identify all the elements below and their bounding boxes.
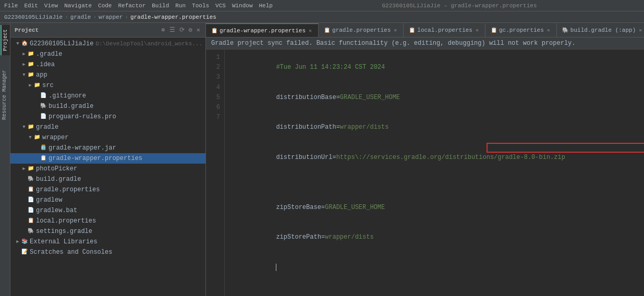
menu-item-refactor[interactable]: Refactor: [118, 3, 145, 9]
line-numbers: 1 2 3 4 5 6 7: [206, 50, 225, 296]
menu-item-code[interactable]: Code: [98, 3, 112, 9]
line-num-5: 5: [206, 93, 220, 103]
tree-arrow-bgroot: [21, 176, 27, 182]
menu-item-window[interactable]: Window: [232, 3, 253, 9]
tab-gradle-wrapper-properties[interactable]: 📋 gradle-wrapper.properties ✕: [206, 23, 319, 37]
tree-item-buildgradle-app[interactable]: 🐘 build.gradle: [10, 101, 205, 112]
tree-arrow-buildgradle-app: [33, 103, 40, 109]
menu-item-help[interactable]: Help: [259, 3, 273, 9]
tree-item-settings-gradle[interactable]: 🐘 settings.gradle: [10, 226, 205, 237]
tree-item-dotidea[interactable]: ▶ 📁 .idea: [10, 59, 205, 70]
tree-item-gradle-properties[interactable]: 📋 gradle.properties: [10, 184, 205, 195]
tree-arrow-src: ▶: [27, 82, 33, 89]
tab-icon-gprops: 📋: [324, 27, 330, 33]
panel-icon-sync[interactable]: ⟳: [178, 26, 186, 34]
line-num-6: 6: [206, 103, 220, 113]
panel-icon-close[interactable]: ✕: [196, 26, 201, 34]
error-banner-text: Gradle project sync failed. Basic functi…: [211, 40, 576, 47]
tab-icon-bgapp: 🐘: [562, 27, 568, 33]
tree-item-root[interactable]: ▼ 🏠 G22360105LiJiaJie D:\DevelopTool\and…: [10, 39, 205, 49]
tab-close-gprops[interactable]: ✕: [393, 27, 398, 34]
folder-icon-dotidea: 📁: [27, 61, 34, 68]
tree-arrow-gradlew: [21, 197, 27, 203]
tree-item-external-libs[interactable]: ▶ 📚 External Libraries: [10, 237, 205, 247]
tab-gc-properties[interactable]: 📋 gc.properties ✕: [485, 23, 557, 37]
project-panel: Project ⊕ ☰ ⟳ ⚙ ✕ ▼ 🏠 G22360105LiJiaJie: [10, 23, 206, 296]
tree-label-photopicker: photoPicker: [36, 165, 77, 172]
tab-close-lprops[interactable]: ✕: [475, 27, 480, 34]
tree-path-root: D:\DevelopTool\android_works...: [95, 41, 202, 47]
tree-item-photopicker[interactable]: ▶ 📁 photoPicker: [10, 164, 205, 174]
tab-close-gwprop[interactable]: ✕: [308, 27, 313, 34]
tabs-bar: 📋 gradle-wrapper.properties ✕ 📋 gradle.p…: [206, 23, 644, 38]
tree-item-app[interactable]: ▼ 📁 app: [10, 70, 205, 80]
code-val-2: GRADLE_USER_HOME: [340, 94, 400, 101]
breadcrumb-part-2[interactable]: gradle: [70, 14, 91, 20]
title-bar-project: G22360105LiJiaJie – gradle-wrapper.prope…: [382, 3, 537, 9]
tab-icon-gwprop: 📋: [211, 28, 217, 34]
tree-arrow-app: ▼: [21, 72, 27, 78]
tree-item-src[interactable]: ▶ 📁 src: [10, 80, 205, 91]
breadcrumb-part-3[interactable]: wrapper: [99, 14, 123, 20]
tree-item-gitignore[interactable]: 📄 .gitignore: [10, 91, 205, 101]
tree-item-buildgradle-root[interactable]: 🐘 build.gradle: [10, 174, 205, 184]
tree-label-extlibs: External Libraries: [30, 238, 98, 245]
code-area[interactable]: #Tue Jun 11 14:23:24 CST 2024 distributi…: [225, 50, 644, 296]
panel-title: Project: [15, 27, 157, 33]
tree-label-app: app: [36, 71, 47, 79]
cursor-7: [276, 264, 280, 271]
menu-item-build[interactable]: Build: [152, 3, 169, 9]
menu-item-edit[interactable]: Edit: [24, 3, 38, 9]
tree-arrow-gitignore: [33, 93, 40, 99]
tab-build-gradle-app[interactable]: 🐘 build.gradle (:app) ✕: [557, 23, 644, 37]
folder-icon-photopicker: 📁: [27, 165, 34, 172]
tree-item-dotgradle[interactable]: ▶ 📁 .gradle: [10, 49, 205, 59]
code-val-6: wrapper/dists: [325, 233, 374, 241]
tab-icon-lprops: 📋: [409, 27, 415, 33]
tree-arrow-root: ▼: [15, 41, 21, 47]
line-num-2: 2: [206, 63, 220, 72]
menu-item-tools[interactable]: Tools: [192, 3, 209, 9]
tree-item-gradlew[interactable]: 📄 gradlew: [10, 195, 205, 205]
tab-close-gcprops[interactable]: ✕: [546, 27, 551, 34]
panel-icon-gear[interactable]: ⚙: [188, 26, 193, 34]
tree-item-proguard[interactable]: 📄 proguard-rules.pro: [10, 112, 205, 122]
properties-icon-gprops: 📋: [27, 186, 34, 193]
tree-label-root: G22360105LiJiaJie: [30, 40, 93, 47]
code-line-1: #Tue Jun 11 14:23:24 CST 2024: [231, 53, 638, 83]
tree-label-buildgradle-app: build.gradle: [48, 103, 93, 110]
menu-item-file[interactable]: File: [4, 3, 18, 9]
panel-icon-add[interactable]: ⊕: [160, 26, 166, 34]
tree-item-gradlew-bat[interactable]: 📄 gradlew.bat: [10, 205, 205, 216]
left-tab-resource-manager[interactable]: Resource Manager: [1, 66, 10, 124]
panel-icon-list[interactable]: ☰: [168, 26, 176, 34]
menu-item-run[interactable]: Run: [175, 3, 186, 9]
file-icon-gitignore: 📄: [40, 92, 47, 100]
menu-item-view[interactable]: View: [44, 3, 58, 9]
folder-icon-src: 📁: [33, 82, 41, 89]
tab-close-bgapp[interactable]: ✕: [638, 27, 643, 34]
tree-label-wrapper-folder: wrapper: [42, 134, 68, 141]
menu-item-navigate[interactable]: Navigate: [64, 3, 92, 9]
tree-item-gradle-wrapper-properties[interactable]: 📋 gradle-wrapper.properties: [10, 153, 205, 164]
folder-icon-root: 🏠: [21, 40, 28, 47]
tab-label-gwprop: gradle-wrapper.properties: [220, 28, 306, 34]
tree-label-gradlew: gradlew: [36, 196, 62, 204]
properties-icon-lprops: 📋: [27, 217, 34, 225]
tree-label-gwprop: gradle-wrapper.properties: [48, 155, 142, 162]
breadcrumb-part-1[interactable]: G22360105LiJiaJie: [4, 14, 63, 20]
tree-item-local-properties[interactable]: 📋 local.properties: [10, 216, 205, 226]
tree-item-wrapper-folder[interactable]: ▼ 📁 wrapper: [10, 132, 205, 143]
tab-label-gcprops: gc.properties: [499, 27, 544, 33]
tab-local-properties[interactable]: 📋 local.properties ✕: [404, 23, 485, 37]
tree-label-gwjar: gradle-wrapper.jar: [48, 144, 116, 152]
menu-item-vcs[interactable]: VCS: [215, 3, 226, 9]
folder-icon-dotgradle: 📁: [27, 51, 34, 58]
tree-item-scratches[interactable]: 📝 Scratches and Consoles: [10, 247, 205, 257]
tab-gradle-properties[interactable]: 📋 gradle.properties ✕: [319, 23, 404, 37]
file-icon-gradlew: 📄: [27, 196, 34, 204]
tree-item-gradle-wrapper-jar[interactable]: 🫙 gradle-wrapper.jar: [10, 143, 205, 153]
folder-icon-app: 📁: [27, 71, 34, 79]
tree-item-gradle-folder[interactable]: ▼ 📁 gradle: [10, 122, 205, 132]
left-tab-project[interactable]: Project: [1, 25, 10, 55]
